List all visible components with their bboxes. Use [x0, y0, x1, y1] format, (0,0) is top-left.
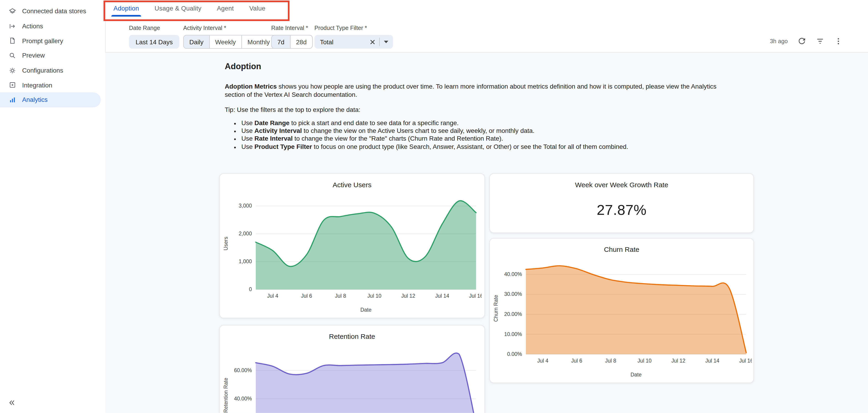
sidebar-item-analytics[interactable]: Analytics [0, 92, 101, 107]
prompt-gallery-icon [8, 37, 16, 45]
sidebar-item-configurations[interactable]: Configurations [0, 63, 105, 78]
tab-bar: Adoption Usage & Quality Agent Value [106, 0, 868, 17]
activity-interval-weekly[interactable]: Weekly [209, 35, 241, 48]
svg-text:Retention Rate: Retention Rate [223, 378, 229, 413]
svg-text:Jul 8: Jul 8 [335, 293, 346, 299]
svg-text:Churn Rate: Churn Rate [493, 295, 499, 322]
growth-rate-card: Week over Week Growth Rate 27.87% [489, 173, 754, 233]
screen: Connected data stores Actions Prompt gal… [0, 0, 868, 413]
retention-rate-card: Retention Rate 20.00%40.00%60.00%Jul 4Ju… [219, 325, 485, 413]
svg-text:3,000: 3,000 [239, 203, 252, 209]
clear-icon[interactable] [370, 39, 375, 44]
sidebar-item-prompt-gallery[interactable]: Prompt gallery [0, 33, 105, 48]
select-divider [379, 38, 380, 46]
rate-interval-label: Rate Interval * [271, 25, 313, 31]
vertex-analytics-app: Connected data stores Actions Prompt gal… [0, 0, 868, 413]
data-stores-icon [8, 7, 16, 15]
svg-text:0: 0 [249, 286, 252, 292]
sidebar-item-label: Connected data stores [22, 8, 86, 14]
list-item: Use Rate Interval to change the view for… [241, 135, 736, 143]
tips-list: Use Date Range to pick a start and end d… [241, 119, 736, 151]
sidebar-item-label: Prompt gallery [22, 37, 63, 44]
actions-icon [8, 22, 16, 30]
sidebar-item-actions[interactable]: Actions [0, 19, 105, 34]
growth-rate-value: 27.87% [490, 201, 753, 219]
svg-text:10.00%: 10.00% [504, 331, 522, 337]
intro-text-block: Adoption Adoption Metrics shows you how … [225, 61, 736, 151]
analytics-icon [8, 96, 16, 104]
page-title: Adoption [225, 61, 736, 71]
svg-text:60.00%: 60.00% [234, 367, 252, 373]
churn-rate-chart: 0.00%10.00%20.00%30.00%40.00%Jul 4Jul 6J… [492, 256, 753, 381]
svg-text:Jul 4: Jul 4 [267, 293, 278, 299]
more-vert-icon[interactable] [834, 36, 843, 45]
sidebar-item-integration[interactable]: Integration [0, 78, 105, 93]
filter-icon[interactable] [815, 36, 825, 45]
rate-interval-28d[interactable]: 28d [290, 35, 312, 48]
churn-rate-card: Churn Rate 0.00%10.00%20.00%30.00%40.00%… [489, 238, 754, 383]
sidebar-item-label: Analytics [22, 97, 48, 103]
svg-text:Jul 10: Jul 10 [367, 293, 381, 299]
tab-adoption[interactable]: Adoption [106, 0, 147, 17]
list-item: Use Activity Interval to change the view… [241, 127, 736, 135]
date-range-button[interactable]: Last 14 Days [129, 35, 180, 49]
product-type-select[interactable]: Total [314, 35, 393, 49]
tab-value[interactable]: Value [242, 0, 273, 17]
rate-interval-toggle: 7d 28d [271, 35, 313, 49]
active-users-chart: 01,0002,0003,000Jul 4Jul 6Jul 8Jul 10Jul… [221, 191, 485, 316]
collapse-sidebar-button[interactable] [8, 399, 18, 409]
svg-text:Jul 16: Jul 16 [739, 358, 752, 364]
svg-text:Date: Date [630, 372, 642, 378]
rate-interval-filter: Rate Interval * 7d 28d [271, 25, 313, 49]
tab-agent[interactable]: Agent [209, 0, 242, 17]
sidebar: Connected data stores Actions Prompt gal… [0, 0, 105, 413]
last-refresh-text: 3h ago [770, 38, 788, 44]
integration-icon [8, 81, 16, 89]
svg-text:20.00%: 20.00% [504, 311, 522, 317]
chart-title-churn-rate: Churn Rate [490, 239, 753, 253]
date-range-filter: Date Range Last 14 Days [129, 25, 180, 49]
sidebar-item-label: Actions [22, 23, 43, 29]
rate-interval-7d[interactable]: 7d [272, 35, 290, 48]
tab-usage-quality[interactable]: Usage & Quality [147, 0, 209, 17]
tip-text: Tip: Use the filters at the top to explo… [225, 106, 736, 114]
svg-text:Jul 4: Jul 4 [537, 358, 548, 364]
svg-text:30.00%: 30.00% [504, 291, 522, 297]
svg-text:Jul 14: Jul 14 [705, 358, 719, 364]
refresh-icon[interactable] [797, 36, 806, 45]
svg-text:Jul 10: Jul 10 [638, 358, 651, 364]
svg-text:Jul 8: Jul 8 [605, 358, 616, 364]
svg-text:0.00%: 0.00% [507, 351, 522, 357]
filter-toolbar: 3h ago [770, 36, 842, 45]
list-item: Use Date Range to pick a start and end d… [241, 119, 736, 127]
chevron-double-left-icon [8, 399, 16, 409]
header-divider [105, 0, 106, 53]
active-users-card: Active Users 01,0002,0003,000Jul 4Jul 6J… [219, 173, 485, 318]
svg-text:Jul 12: Jul 12 [401, 293, 415, 299]
chart-title-retention-rate: Retention Rate [220, 325, 485, 340]
activity-interval-monthly[interactable]: Monthly [241, 35, 275, 48]
retention-rate-chart: 20.00%40.00%60.00%Jul 4Jul 6Jul 8Jul 10J… [221, 343, 485, 413]
svg-text:Jul 16: Jul 16 [469, 293, 482, 299]
svg-text:Users: Users [223, 237, 229, 250]
intro-paragraph: Adoption Metrics shows you how people ar… [225, 83, 736, 99]
list-item: Use Product Type Filter to focus on one … [241, 143, 736, 151]
svg-text:Date: Date [360, 307, 371, 313]
date-range-label: Date Range [129, 25, 180, 31]
product-type-value: Total [320, 39, 370, 45]
svg-text:40.00%: 40.00% [234, 395, 252, 402]
configurations-icon [8, 66, 16, 74]
filter-bar: Date Range Last 14 Days Activity Interva… [105, 17, 868, 53]
chart-title-active-users: Active Users [220, 174, 485, 189]
chevron-down-icon[interactable] [383, 40, 389, 43]
activity-interval-daily[interactable]: Daily [184, 35, 209, 48]
svg-text:Jul 6: Jul 6 [571, 358, 582, 364]
sidebar-item-label: Configurations [22, 67, 63, 74]
product-type-filter: Product Type Filter * Total [314, 25, 393, 49]
svg-text:Jul 12: Jul 12 [672, 358, 685, 364]
main-content: Adoption Adoption Metrics shows you how … [105, 53, 868, 413]
activity-interval-toggle: Daily Weekly Monthly [183, 35, 276, 49]
sidebar-item-connected-data-stores[interactable]: Connected data stores [0, 4, 105, 19]
sidebar-item-label: Integration [22, 82, 52, 88]
sidebar-item-preview[interactable]: Preview [0, 48, 105, 63]
